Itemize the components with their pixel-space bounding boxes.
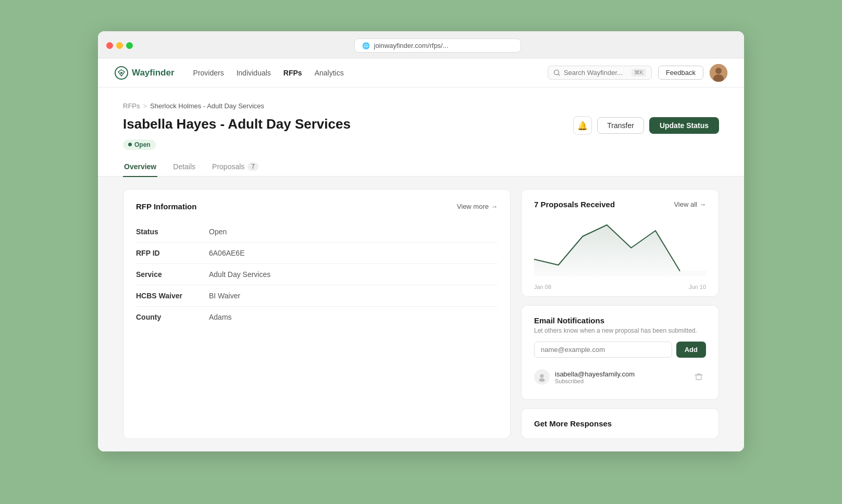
main-area: RFP Information View more → Status Open … [98, 177, 744, 451]
right-panel: 7 Proposals Received View all → [521, 189, 719, 439]
globe-icon: 🌐 [362, 42, 370, 49]
update-status-button[interactable]: Update Status [649, 117, 719, 134]
nav-analytics[interactable]: Analytics [315, 67, 344, 79]
view-more-link[interactable]: View more → [457, 203, 498, 210]
bell-button[interactable]: 🔔 [573, 116, 592, 135]
svg-rect-7 [696, 375, 701, 380]
url-text: joinwayfinder.com/rfps/... [374, 42, 449, 49]
status-dot [128, 143, 132, 146]
svg-point-5 [540, 374, 544, 378]
breadcrumb-rfps[interactable]: RFPs [123, 102, 140, 110]
email-notifications-desc: Let others know when a new proposal has … [534, 327, 706, 334]
get-more-title: Get More Responses [534, 419, 706, 428]
url-bar: 🌐 joinwayfinder.com/rfps/... [139, 39, 736, 53]
address-bar[interactable]: 🌐 joinwayfinder.com/rfps/... [354, 39, 521, 53]
table-row: Service Adult Day Services [136, 264, 498, 285]
view-all-link[interactable]: View all → [674, 200, 706, 208]
arrow-right-icon: → [699, 200, 706, 208]
email-input[interactable] [534, 342, 672, 358]
proposals-badge: 7 [247, 162, 258, 171]
field-value-county: Adams [209, 307, 498, 328]
delete-subscriber-button[interactable] [691, 371, 706, 383]
chart-labels: Jan 08 Jun 10 [534, 284, 706, 290]
chart-label-start: Jan 08 [534, 284, 551, 290]
nav-individuals[interactable]: Individuals [237, 67, 271, 79]
tab-proposals[interactable]: Proposals 7 [211, 158, 259, 177]
avatar-image [710, 64, 727, 82]
field-label-county: County [136, 307, 209, 328]
minimize-button[interactable] [116, 42, 123, 49]
table-row: County Adams [136, 307, 498, 328]
user-icon [537, 372, 547, 382]
maximize-button[interactable] [126, 42, 133, 49]
email-input-row: Add [534, 342, 706, 358]
close-button[interactable] [106, 42, 113, 49]
window-controls [106, 42, 133, 49]
table-row: Status Open [136, 221, 498, 243]
add-email-button[interactable]: Add [676, 342, 706, 358]
chart-area [534, 219, 706, 282]
subscriber-info: isabella@hayesfamily.com Subscribed [555, 370, 686, 384]
status-badge: Open [123, 140, 156, 150]
transfer-button[interactable]: Transfer [597, 117, 644, 134]
arrow-right-icon: → [491, 203, 498, 210]
navbar: Wayfinder Providers Individuals RFPs Ana… [98, 58, 744, 87]
svg-point-3 [715, 68, 722, 74]
search-input[interactable] [564, 69, 628, 77]
search-shortcut: ⌘K [632, 69, 646, 77]
email-notifications-card: Email Notifications Let others know when… [521, 305, 719, 400]
proposals-chart-title: 7 Proposals Received [534, 200, 615, 209]
search-icon [553, 69, 561, 77]
status-label: Open [134, 141, 151, 148]
header-actions: 🔔 Transfer Update Status [573, 116, 719, 135]
feedback-button[interactable]: Feedback [658, 66, 703, 80]
logo-text: Wayfinder [132, 68, 175, 78]
svg-point-6 [539, 379, 545, 382]
breadcrumb-current: Sherlock Holmes - Adult Day Services [150, 102, 264, 110]
app-body: Wayfinder Providers Individuals RFPs Ana… [98, 58, 744, 451]
breadcrumb-separator: > [143, 102, 147, 110]
page-content: RFPs > Sherlock Holmes - Adult Day Servi… [98, 87, 744, 177]
rfp-info-card-header: RFP Information View more → [136, 202, 498, 211]
logo-icon [115, 66, 128, 80]
rfp-info-title: RFP Information [136, 202, 196, 211]
breadcrumb: RFPs > Sherlock Holmes - Adult Day Servi… [123, 102, 719, 110]
get-more-responses-card: Get More Responses [521, 408, 719, 439]
email-notifications-title: Email Notifications [534, 316, 706, 325]
chart-card-header: 7 Proposals Received View all → [534, 200, 706, 209]
field-label-hcbs: HCBS Waiver [136, 285, 209, 307]
page-header: Isabella Hayes - Adult Day Services 🔔 Tr… [123, 116, 719, 135]
field-label-status: Status [136, 221, 209, 243]
proposals-chart-svg [534, 219, 706, 276]
field-value-status: Open [209, 221, 498, 243]
nav-links: Providers Individuals RFPs Analytics [193, 67, 533, 79]
field-value-hcbs: BI Waiver [209, 285, 498, 307]
avatar[interactable] [710, 64, 727, 82]
rfp-info-card: RFP Information View more → Status Open … [123, 189, 511, 439]
tab-overview[interactable]: Overview [123, 158, 157, 177]
field-label-rfpid: RFP ID [136, 243, 209, 264]
trash-icon [695, 372, 703, 381]
nav-rfps[interactable]: RFPs [283, 67, 302, 79]
svg-point-0 [120, 72, 122, 74]
browser-chrome: 🌐 joinwayfinder.com/rfps/... [98, 31, 744, 58]
tabs-bar: Overview Details Proposals 7 [98, 158, 744, 177]
field-value-service: Adult Day Services [209, 264, 498, 285]
bell-icon: 🔔 [577, 121, 588, 131]
subscriber-status: Subscribed [555, 378, 686, 384]
rfp-info-table: Status Open RFP ID 6A06AE6E Service Adul… [136, 221, 498, 327]
subscriber-avatar [534, 369, 550, 385]
subscriber-email: isabella@hayesfamily.com [555, 370, 686, 378]
tab-details[interactable]: Details [172, 158, 196, 177]
nav-right: ⌘K Feedback [548, 64, 727, 82]
chart-label-end: Jun 10 [689, 284, 706, 290]
table-row: RFP ID 6A06AE6E [136, 243, 498, 264]
nav-providers[interactable]: Providers [193, 67, 224, 79]
table-row: HCBS Waiver BI Waiver [136, 285, 498, 307]
search-bar[interactable]: ⌘K [548, 66, 652, 80]
logo[interactable]: Wayfinder [115, 66, 175, 80]
page-title: Isabella Hayes - Adult Day Services [123, 116, 351, 132]
subscriber-row: isabella@hayesfamily.com Subscribed [534, 365, 706, 389]
field-value-rfpid: 6A06AE6E [209, 243, 498, 264]
field-label-service: Service [136, 264, 209, 285]
